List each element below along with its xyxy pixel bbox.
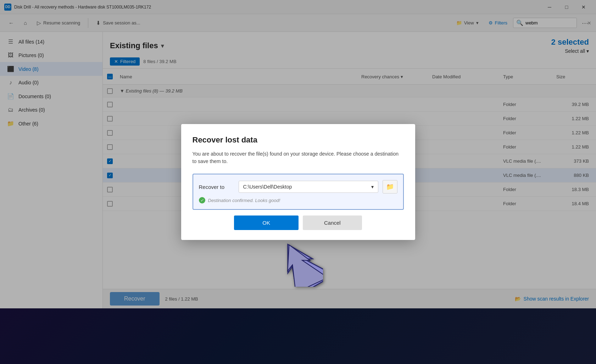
modal-title: Recover lost data — [193, 135, 404, 145]
recover-to-label: Recover to — [199, 184, 234, 190]
modal-buttons: OK Cancel — [193, 215, 404, 230]
modal-description: You are about to recover the file(s) fou… — [193, 150, 404, 165]
recover-to-box: Recover to C:\Users\Dell\Desktop ▾ 📁 ✓ D… — [193, 174, 404, 210]
dropdown-chevron-icon: ▾ — [371, 184, 374, 190]
confirmed-check-icon: ✓ — [199, 197, 205, 203]
browse-folder-button[interactable]: 📁 — [383, 180, 397, 194]
folder-browse-icon: 📁 — [386, 183, 394, 191]
ok-button[interactable]: OK — [234, 215, 299, 230]
destination-confirmed: ✓ Destination confirmed. Looks good! — [199, 197, 397, 203]
modal-overlay: Recover lost data You are about to recov… — [0, 0, 596, 364]
recover-to-row: Recover to C:\Users\Dell\Desktop ▾ 📁 — [199, 180, 397, 194]
cancel-button[interactable]: Cancel — [303, 215, 362, 230]
path-dropdown[interactable]: C:\Users\Dell\Desktop ▾ — [239, 181, 378, 193]
recover-dialog: Recover lost data You are about to recov… — [181, 124, 415, 240]
